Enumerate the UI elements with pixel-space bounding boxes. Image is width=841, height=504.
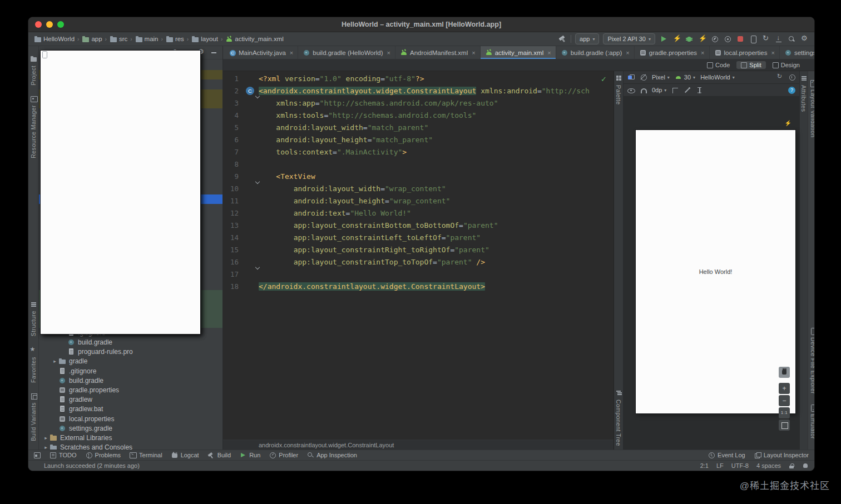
code-line[interactable]: 17 (223, 268, 614, 281)
debug-icon[interactable] (685, 34, 694, 43)
mode-code-button[interactable]: Code (703, 61, 734, 69)
zoom-window-button[interactable] (57, 21, 64, 28)
device-manager-icon[interactable] (749, 34, 758, 43)
code-line[interactable]: 5 android:layout_width="match_parent" (223, 122, 614, 134)
code-line[interactable]: 8 (223, 158, 614, 171)
code-line[interactable]: 3 xmlns:app="http://schemas.android.com/… (223, 97, 614, 109)
code-line[interactable]: 13 app:layout_constraintBottom_toBottomO… (223, 219, 614, 232)
tree-row-build-gradle[interactable]: build.gradle (39, 376, 222, 385)
device-select[interactable]: Pixel 2 API 30 ▾ (603, 33, 655, 44)
code-line[interactable]: 1<?xml version="1.0" encoding="utf-8"?> (223, 73, 614, 85)
tree-row-gradle[interactable]: ▸gradle (39, 357, 222, 366)
night-mode-icon[interactable] (640, 74, 647, 81)
editor-tab-androidmanifest-xml[interactable]: AndroidManifest.xml× (395, 46, 481, 59)
editor-tab-build-gradle-helloworld[interactable]: build.gradle (HelloWorld)× (298, 46, 395, 59)
toolbar-button-todo[interactable]: TODO (50, 452, 77, 458)
close-icon[interactable]: × (387, 49, 390, 56)
toolbar-button-app-inspection[interactable]: App Inspection (307, 452, 357, 458)
design-surface-icon[interactable] (627, 74, 635, 81)
tree-expand-icon[interactable]: ▸ (51, 358, 58, 364)
render-status-icon[interactable]: ⚡ (785, 120, 791, 126)
inspection-status-icon[interactable]: ✓ (601, 75, 607, 83)
stop-icon[interactable] (736, 34, 745, 43)
toolbar-button-profiler[interactable]: Profiler (269, 452, 298, 458)
status-value[interactable]: LF (716, 462, 724, 469)
apply-code-changes-icon[interactable] (697, 34, 706, 43)
tool-button-resource-manager[interactable]: Resource Manager (30, 95, 37, 158)
breadcrumb-item-helloworld[interactable]: HelloWorld (34, 36, 75, 43)
tree-row-local-properties[interactable]: local.properties (39, 414, 222, 423)
tool-window-switcher-icon[interactable] (34, 452, 41, 458)
code-line[interactable]: 18</androidx.constraintlayout.widget.Con… (223, 281, 614, 293)
profiler-icon[interactable] (710, 34, 719, 43)
close-icon[interactable]: × (547, 49, 551, 56)
tree-row-settings-gradle[interactable]: settings.gradle (39, 423, 222, 433)
hide-panel-icon[interactable] (210, 49, 218, 57)
mode-design-button[interactable]: Design (768, 61, 804, 69)
editor-tab-activity-main-xml[interactable]: activity_main.xml× (481, 46, 556, 59)
autoconnect-icon[interactable] (640, 87, 647, 94)
breadcrumb-item-activity-main-xml[interactable]: activity_main.xml (225, 36, 284, 43)
status-message[interactable]: Launch succeeded (2 minutes ago) (44, 462, 140, 469)
toolbar-button-layout-inspector[interactable]: Layout Inspector (754, 452, 809, 458)
component-tree-tab[interactable]: Component Tree (615, 400, 622, 446)
tree-row-gradlew[interactable]: gradlew (39, 395, 222, 405)
settings-icon[interactable] (800, 34, 809, 43)
tool-button-project[interactable]: Project (30, 56, 37, 85)
default-margin-select[interactable]: 0dp ▾ (652, 87, 666, 93)
tree-row-build-gradle[interactable]: build.gradle (39, 337, 222, 347)
code-line[interactable]: 15 app:layout_constraintRight_toRightOf=… (223, 244, 614, 256)
attributes-tab[interactable]: Attributes (800, 85, 807, 112)
run-icon[interactable] (659, 34, 668, 43)
editor-tab-build-gradle-app[interactable]: build.gradle (:app)× (556, 46, 635, 59)
code-line[interactable]: 6 android:layout_height="match_parent" (223, 134, 614, 146)
tree-row-gradle-properties[interactable]: gradle.properties (39, 385, 222, 395)
tool-button-structure[interactable]: Structure (30, 301, 37, 336)
status-value[interactable]: UTF-8 (731, 462, 749, 469)
tree-expand-icon[interactable]: ▸ (42, 435, 50, 441)
mode-split-button[interactable]: Split (736, 61, 765, 69)
breadcrumb-item-app[interactable]: app (82, 36, 102, 43)
toolbar-button-run[interactable]: Run (240, 452, 260, 458)
code-editor[interactable]: ✓ 1<?xml version="1.0" encoding="utf-8"?… (223, 71, 614, 450)
code-line[interactable]: 4 xmlns:tools="http://schemas.android.co… (223, 109, 614, 122)
code-line[interactable]: 12 android:text="Hello World!" (223, 207, 614, 219)
code-line[interactable]: 7 tools:context=".MainActivity"> (223, 146, 614, 158)
guideline-icon[interactable] (671, 87, 679, 94)
breadcrumb-item-src[interactable]: src (110, 36, 127, 43)
close-icon[interactable]: × (290, 49, 293, 56)
api-level-select[interactable]: 30 ▾ (675, 74, 695, 81)
render-info-icon[interactable] (788, 74, 795, 81)
inspections-profile-icon[interactable] (803, 463, 809, 469)
close-icon[interactable]: × (701, 49, 704, 56)
tool-button-layout-validation[interactable]: Layout Validation (809, 79, 815, 138)
toolbar-button-terminal[interactable]: Terminal (130, 452, 162, 458)
pan-button[interactable] (779, 367, 790, 378)
sync-project-icon[interactable] (761, 34, 770, 43)
code-line[interactable]: 16 app:layout_constraintTop_toTopOf="par… (223, 256, 614, 268)
apply-changes-icon[interactable] (672, 34, 681, 43)
tool-button-device-file-explorer[interactable]: Device File Explorer (809, 327, 815, 394)
theme-select[interactable]: HelloWorld ▾ (700, 74, 735, 81)
minimize-window-button[interactable] (46, 21, 53, 28)
breadcrumb-item-res[interactable]: res (166, 36, 184, 43)
clear-constraints-icon[interactable] (684, 87, 691, 94)
zoom-in-button[interactable]: + (779, 383, 790, 394)
tree-expand-icon[interactable]: ▸ (42, 445, 50, 450)
breadcrumb-item-main[interactable]: main (135, 36, 159, 43)
tool-button-build-variants[interactable]: Build Variants (30, 392, 37, 441)
code-line[interactable]: 11 android:layout_height="wrap_content" (223, 195, 614, 207)
infer-constraints-icon[interactable] (696, 87, 703, 94)
close-icon[interactable]: × (472, 49, 475, 56)
view-options-icon[interactable] (627, 87, 635, 94)
run-configuration-select[interactable]: app ▾ (575, 33, 599, 44)
zoom-actual-button[interactable]: 1:1 (779, 407, 790, 418)
build-hammer-icon[interactable] (558, 34, 567, 43)
sdk-manager-icon[interactable] (774, 34, 783, 43)
close-window-button[interactable] (35, 21, 42, 28)
zoom-to-fit-button[interactable] (779, 420, 790, 431)
refresh-layout-icon[interactable] (776, 74, 784, 81)
toolbar-button-event-log[interactable]: Event Log (708, 452, 745, 458)
device-preview-frame[interactable]: Hello World! (636, 130, 795, 413)
toolbar-button-logcat[interactable]: Logcat (171, 452, 199, 458)
